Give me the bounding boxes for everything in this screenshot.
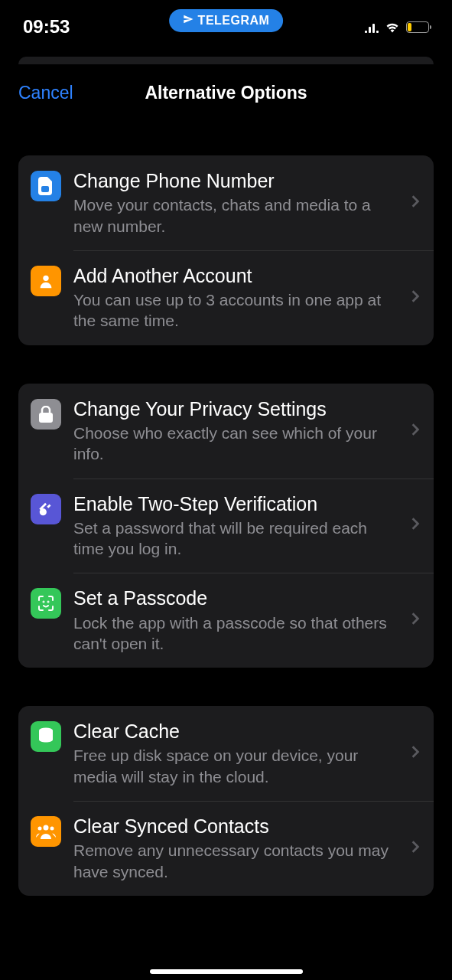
row-title: Clear Cache — [73, 720, 398, 743]
svg-point-10 — [38, 827, 42, 831]
telegram-pill[interactable]: TELEGRAM — [169, 9, 284, 32]
wifi-icon — [385, 21, 400, 33]
chevron-right-icon — [411, 423, 420, 439]
row-two-step[interactable]: Enable Two-Step Verification Set a passw… — [18, 479, 434, 573]
section-storage: Clear Cache Free up disk space on your d… — [18, 706, 434, 896]
chevron-right-icon — [411, 517, 420, 534]
svg-point-7 — [48, 602, 49, 603]
section-account: Change Phone Number Move your contacts, … — [18, 155, 434, 345]
battery-icon — [406, 21, 429, 33]
row-title: Enable Two-Step Verification — [73, 492, 398, 516]
page-title: Alternative Options — [145, 83, 307, 103]
chevron-right-icon — [411, 194, 420, 211]
chevron-right-icon — [411, 745, 420, 762]
svg-point-9 — [44, 825, 49, 831]
cellular-icon — [365, 21, 379, 33]
svg-rect-5 — [47, 504, 50, 508]
row-title: Change Phone Number — [73, 169, 398, 193]
collapsed-card-hint — [18, 57, 434, 64]
status-right — [365, 21, 429, 33]
svg-rect-2 — [39, 413, 53, 423]
svg-rect-0 — [41, 186, 49, 192]
row-title: Change Your Privacy Settings — [73, 397, 398, 421]
chevron-right-icon — [411, 840, 420, 857]
status-bar: 09:53 TELEGRAM — [0, 0, 452, 46]
sim-icon — [31, 171, 61, 201]
chevron-right-icon — [411, 289, 420, 306]
pill-label: TELEGRAM — [198, 14, 270, 28]
svg-point-11 — [50, 827, 54, 831]
row-subtitle: Move your contacts, chats and media to a… — [73, 194, 398, 237]
row-subtitle: Free up disk space on your device, your … — [73, 745, 398, 787]
row-clear-contacts[interactable]: Clear Synced Contacts Remove any unneces… — [18, 801, 434, 896]
row-change-phone[interactable]: Change Phone Number Move your contacts, … — [18, 155, 434, 250]
row-subtitle: Remove any unnecessary contacts you may … — [73, 840, 398, 882]
svg-point-1 — [43, 276, 48, 281]
cancel-button[interactable]: Cancel — [18, 83, 73, 103]
row-subtitle: Lock the app with a passcode so that oth… — [73, 612, 398, 655]
row-subtitle: Set a password that will be required eac… — [73, 518, 398, 560]
row-add-account[interactable]: Add Another Account You can use up to 3 … — [18, 250, 434, 345]
content: Change Phone Number Move your contacts, … — [0, 155, 452, 896]
status-time: 09:53 — [23, 16, 70, 38]
row-title: Add Another Account — [73, 264, 398, 288]
lock-icon — [31, 399, 61, 430]
row-subtitle: You can use up to 3 accounts in one app … — [73, 289, 398, 332]
row-subtitle: Choose who exactly can see which of your… — [73, 423, 398, 465]
row-title: Clear Synced Contacts — [73, 815, 398, 838]
row-title: Set a Passcode — [73, 586, 398, 610]
chevron-right-icon — [411, 612, 420, 629]
section-privacy: Change Your Privacy Settings Choose who … — [18, 384, 434, 668]
person-icon — [31, 266, 61, 296]
row-passcode[interactable]: Set a Passcode Lock the app with a passc… — [18, 573, 434, 668]
group-icon — [31, 816, 61, 847]
row-privacy-settings[interactable]: Change Your Privacy Settings Choose who … — [18, 384, 434, 479]
database-icon — [31, 721, 61, 752]
svg-point-6 — [44, 602, 44, 603]
row-clear-cache[interactable]: Clear Cache Free up disk space on your d… — [18, 706, 434, 801]
home-indicator[interactable] — [150, 969, 303, 974]
nav-header: Cancel Alternative Options — [0, 64, 452, 117]
key-icon — [31, 494, 61, 524]
faceid-icon — [31, 588, 61, 619]
paper-plane-icon — [183, 14, 193, 28]
